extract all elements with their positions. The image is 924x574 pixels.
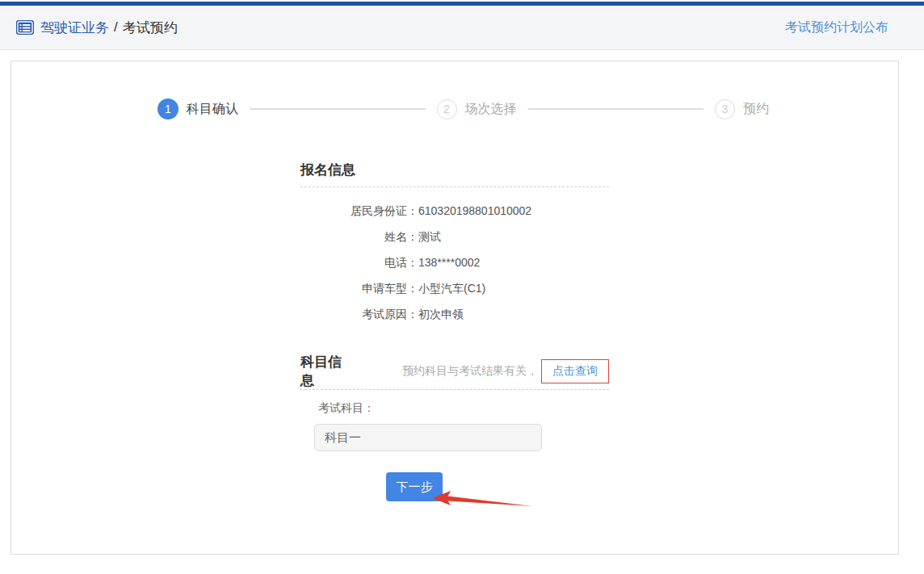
registration-fields: 居民身份证：610320198801010002 姓名：测试 电话：138***…: [300, 198, 609, 327]
field-label: 居民身份证：: [300, 198, 418, 224]
step-2-label: 场次选择: [465, 101, 517, 118]
page: 驾驶证业务 / 考试预约 考试预约计划公布 1 科目确认 2 场次选择 3 预约: [0, 0, 924, 574]
step-3-circle: 3: [715, 99, 735, 119]
step-1-label: 科目确认: [187, 101, 238, 118]
field-value: 初次申领: [418, 308, 464, 321]
exam-plan-link[interactable]: 考试预约计划公布: [785, 19, 888, 36]
registration-title: 报名信息: [300, 161, 609, 179]
breadcrumb-separator: /: [114, 19, 118, 36]
field-value: 138****0002: [418, 256, 480, 269]
query-link[interactable]: 点击查询: [552, 364, 598, 379]
field-name: 姓名：测试: [300, 224, 609, 249]
field-label: 姓名：: [300, 224, 418, 249]
step-reserve: 3 预约: [715, 99, 769, 119]
subject-note: 预约科目与考试结果有关，: [402, 364, 538, 379]
step-session-select: 2 场次选择: [437, 99, 517, 119]
subject-section: 科目信息 预约科目与考试结果有关， 点击查询 考试科目： 科目一 下一步: [300, 358, 609, 501]
field-value: 610320198801010002: [418, 204, 531, 217]
exam-subject-label: 考试科目：: [318, 401, 609, 416]
field-vehicle-type: 申请车型：小型汽车(C1): [300, 275, 609, 301]
query-link-highlight-box: 点击查询: [541, 359, 609, 383]
annotation-arrow: [430, 490, 534, 511]
field-label: 考试原因：: [300, 301, 418, 327]
step-2-circle: 2: [437, 99, 457, 119]
field-phone: 电话：138****0002: [300, 249, 609, 275]
breadcrumb: 驾驶证业务 / 考试预约: [16, 19, 178, 37]
step-connector: [528, 108, 704, 110]
divider: [300, 186, 609, 187]
field-id-number: 居民身份证：610320198801010002: [300, 198, 609, 224]
field-label: 申请车型：: [300, 275, 418, 301]
subject-title: 科目信息: [300, 353, 351, 390]
stepper: 1 科目确认 2 场次选择 3 预约: [158, 98, 769, 119]
step-subject-confirm: 1 科目确认: [158, 98, 238, 119]
breadcrumb-section[interactable]: 驾驶证业务: [40, 19, 109, 37]
registration-section: 报名信息 居民身份证：610320198801010002 姓名：测试 电话：1…: [300, 161, 609, 327]
step-1-circle: 1: [158, 98, 178, 119]
field-label: 电话：: [300, 249, 418, 275]
field-value: 小型汽车(C1): [418, 282, 485, 295]
step-3-label: 预约: [743, 101, 769, 118]
field-value: 测试: [418, 230, 441, 243]
exam-subject-input[interactable]: 科目一: [314, 424, 542, 451]
list-icon: [16, 20, 34, 35]
step-connector: [250, 108, 426, 110]
breadcrumb-page: 考试预约: [123, 19, 178, 37]
header: 驾驶证业务 / 考试预约 考试预约计划公布: [0, 2, 924, 50]
content-card: 1 科目确认 2 场次选择 3 预约 报名信息 居民身份证：6103201988…: [10, 61, 899, 555]
field-exam-reason: 考试原因：初次申领: [300, 301, 609, 327]
